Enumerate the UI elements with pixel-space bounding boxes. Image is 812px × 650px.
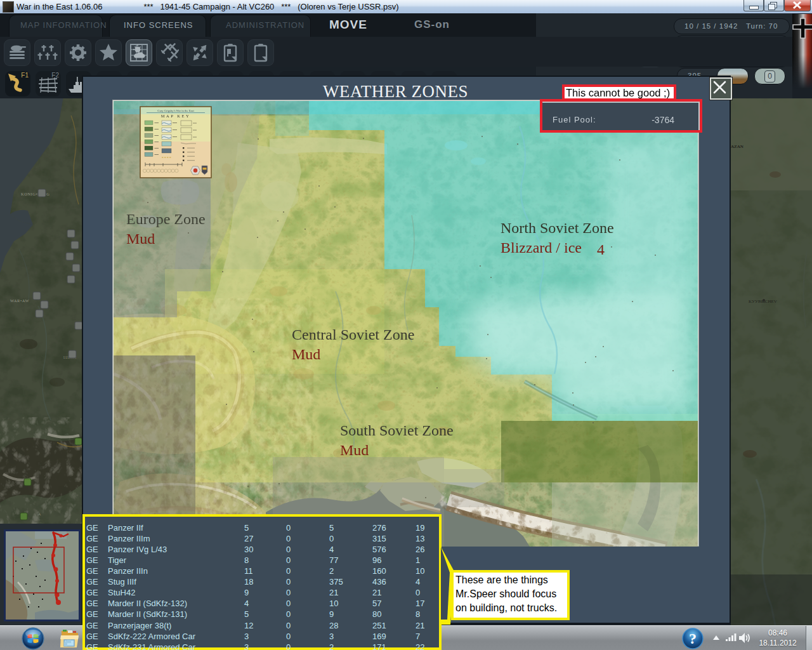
svg-text:Europe Zone: Europe Zone [126, 211, 206, 227]
svg-text:4: 4 [597, 241, 605, 258]
svg-text:South Soviet Zone: South Soviet Zone [340, 422, 454, 439]
svg-text:Central Soviet Zone: Central Soviet Zone [292, 326, 414, 343]
svg-text:Mud: Mud [340, 442, 369, 458]
svg-text:Mud: Mud [126, 230, 155, 247]
svg-text:?: ? [689, 630, 697, 647]
svg-text:Blizzard / ice: Blizzard / ice [501, 239, 582, 256]
svg-text:Gary Grigsby’s War in the East: Gary Grigsby’s War in the East [157, 109, 194, 112]
svg-text:North Soviet Zone: North Soviet Zone [501, 220, 614, 236]
svg-text:MAP KEY: MAP KEY [161, 114, 190, 118]
svg-text:Mud: Mud [292, 346, 320, 362]
